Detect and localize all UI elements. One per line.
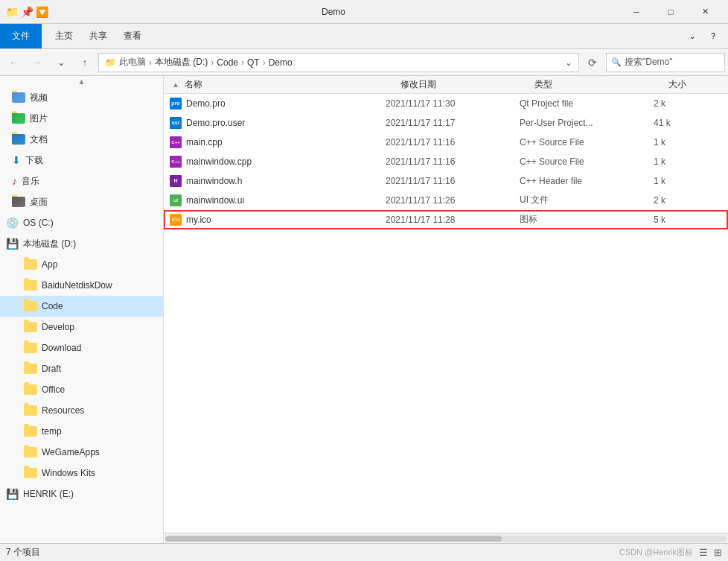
sidebar-item-download-folder[interactable]: Download — [0, 337, 163, 358]
file-type-mainwindow-ui: UI 文件 — [520, 194, 654, 206]
user-file-icon: usr — [170, 117, 182, 129]
ribbon-help-button[interactable]: ? — [704, 28, 722, 45]
back-button[interactable]: ← — [3, 52, 24, 73]
sidebar-item-music[interactable]: ♪ 音乐 — [0, 171, 163, 191]
sidebar-item-drive-e[interactable]: 💾 HENRIK (E:) — [0, 484, 163, 504]
address-bar-chevron-icon[interactable]: ⌄ — [565, 57, 572, 68]
desktop-icon — [12, 197, 25, 207]
file-name-main-cpp: C++ main.cpp — [170, 136, 386, 148]
close-button[interactable]: ✕ — [688, 0, 722, 24]
address-bar[interactable]: 📁 此电脑 › 本地磁盘 (D:) › Code › QT › Demo ⌄ — [98, 53, 579, 72]
sidebar-label-drive-c: OS (C:) — [23, 218, 54, 228]
dropdown-button[interactable]: ⌄ — [51, 52, 71, 73]
sidebar-item-video[interactable]: 视频 — [0, 87, 163, 108]
download-icon: ⬇ — [12, 154, 21, 166]
file-date-main-cpp: 2021/11/17 11:16 — [386, 137, 520, 148]
sidebar-item-draft[interactable]: Draft — [0, 358, 163, 379]
ui-file-icon: UI — [170, 194, 182, 206]
ribbon-menu: 主页 共享 查看 — [42, 24, 155, 48]
breadcrumb-sep3: › — [241, 57, 244, 68]
col-header-name[interactable]: 名称 — [182, 78, 397, 91]
window-title: Demo — [48, 7, 619, 17]
search-box[interactable]: 🔍 搜索"Demo" — [606, 53, 725, 72]
folder-app-icon — [24, 259, 37, 270]
sidebar-item-code[interactable]: Code — [0, 296, 163, 317]
file-row-mainwindow-ui[interactable]: UI mainwindow.ui 2021/11/17 11:26 UI 文件 … — [164, 191, 728, 210]
ribbon-expand: ⌄ ? — [677, 24, 728, 48]
sidebar: ▲ 视频 图片 文档 ⬇ 下载 ♪ 音乐 桌面 — [0, 76, 164, 543]
forward-button[interactable]: → — [27, 52, 48, 73]
status-bar: 7 个项目 CSDN @Henrik图标 ☰ ⊞ — [0, 543, 728, 561]
sidebar-item-app[interactable]: App — [0, 254, 163, 275]
folder-windowskits-icon — [24, 468, 37, 478]
sidebar-item-download[interactable]: ⬇ 下载 — [0, 150, 163, 171]
view-icon-details[interactable]: ☰ — [699, 547, 708, 558]
ribbon-expand-button[interactable]: ⌄ — [683, 28, 701, 45]
file-row-main-cpp[interactable]: C++ main.cpp 2021/11/17 11:16 C++ Source… — [164, 133, 728, 152]
cpp-file-icon: C++ — [170, 136, 182, 148]
file-row-mainwindow-cpp[interactable]: C++ mainwindow.cpp 2021/11/17 11:16 C++ … — [164, 152, 728, 171]
sort-arrow-icon: ▲ — [170, 80, 182, 89]
file-row-demo-pro[interactable]: pro Demo.pro 2021/11/17 11:30 Qt Project… — [164, 94, 728, 113]
file-type-main-cpp: C++ Source File — [520, 137, 654, 148]
hscroll-thumb[interactable] — [165, 536, 502, 542]
title-bar-controls: ─ □ ✕ — [619, 0, 722, 24]
sidebar-label-code: Code — [42, 301, 63, 311]
breadcrumb-demo[interactable]: Demo — [269, 57, 293, 68]
app-icon: 📁 — [6, 6, 18, 18]
sidebar-item-office[interactable]: Office — [0, 379, 163, 400]
sidebar-label-temp: temp — [42, 426, 62, 437]
sidebar-item-temp[interactable]: temp — [0, 421, 163, 442]
addressbar-row: ← → ⌄ ↑ 📁 此电脑 › 本地磁盘 (D:) › Code › QT › … — [0, 49, 728, 76]
file-date-demo-pro: 2021/11/17 11:30 — [386, 98, 520, 109]
minimize-button[interactable]: ─ — [619, 0, 654, 24]
pro-file-icon: pro — [170, 98, 182, 110]
ribbon-view[interactable]: 查看 — [116, 24, 149, 48]
ribbon-file-button[interactable]: 文件 — [0, 24, 42, 48]
col-header-date[interactable]: 修改日期 — [397, 78, 531, 91]
col-header-size[interactable]: 大小 — [665, 78, 722, 91]
sidebar-label-desktop: 桌面 — [30, 196, 48, 209]
watermark-text: CSDN @Henrik图标 — [619, 547, 693, 558]
sidebar-item-wegame[interactable]: WeGameApps — [0, 442, 163, 463]
file-size-main-cpp: 1 k — [654, 137, 722, 148]
file-date-mainwindow-ui: 2021/11/17 11:26 — [386, 195, 520, 206]
sidebar-scroll-up: ▲ — [0, 76, 163, 87]
breadcrumb-qt[interactable]: QT — [247, 57, 260, 68]
quick-access-pin[interactable]: 📌 — [21, 6, 33, 18]
folder-download-icon — [24, 343, 37, 353]
hscroll-track — [165, 536, 727, 542]
file-row-my-ico[interactable]: ICO my.ico 2021/11/17 11:28 图标 5 k — [164, 210, 728, 229]
breadcrumb-drive[interactable]: 本地磁盘 (D:) — [155, 56, 208, 69]
breadcrumb-code[interactable]: Code — [217, 57, 238, 68]
sidebar-item-document[interactable]: 文档 — [0, 129, 163, 150]
refresh-button[interactable]: ⟳ — [582, 52, 603, 73]
sidebar-item-picture[interactable]: 图片 — [0, 108, 163, 129]
file-row-mainwindow-h[interactable]: H mainwindow.h 2021/11/17 11:16 C++ Head… — [164, 171, 728, 191]
file-row-demo-pro-user[interactable]: usr Demo.pro.user 2021/11/17 11:17 Per-U… — [164, 113, 728, 133]
file-size-my-ico: 5 k — [654, 215, 722, 225]
sidebar-item-drive-d[interactable]: 💾 本地磁盘 (D:) — [0, 233, 163, 254]
up-button[interactable]: ↑ — [74, 52, 95, 73]
file-date-my-ico: 2021/11/17 11:28 — [386, 215, 520, 225]
sidebar-item-baidu[interactable]: BaiduNetdiskDow — [0, 275, 163, 296]
sidebar-item-resources[interactable]: Resources — [0, 400, 163, 421]
drive-e-icon: 💾 — [6, 488, 19, 500]
col-header-type[interactable]: 类型 — [531, 78, 665, 91]
file-name-mainwindow-ui: UI mainwindow.ui — [170, 194, 386, 206]
ribbon-share[interactable]: 共享 — [82, 24, 115, 48]
sidebar-label-app: App — [42, 259, 57, 270]
sidebar-label-picture: 图片 — [30, 112, 48, 125]
breadcrumb-computer[interactable]: 📁 — [105, 57, 116, 68]
sidebar-item-desktop[interactable]: 桌面 — [0, 191, 163, 212]
horizontal-scrollbar[interactable] — [164, 533, 728, 543]
ribbon-home[interactable]: 主页 — [48, 24, 80, 48]
maximize-button[interactable]: □ — [654, 0, 688, 24]
sidebar-item-windows-kits[interactable]: Windows Kits — [0, 463, 163, 484]
sidebar-item-drive-c[interactable]: 💿 OS (C:) — [0, 212, 163, 233]
folder-temp-icon — [24, 426, 37, 437]
quick-access-arrow[interactable]: 🔽 — [36, 6, 48, 18]
sidebar-item-develop[interactable]: Develop — [0, 317, 163, 337]
view-icon-icons[interactable]: ⊞ — [714, 547, 722, 558]
main-layout: ▲ 视频 图片 文档 ⬇ 下载 ♪ 音乐 桌面 — [0, 76, 728, 543]
